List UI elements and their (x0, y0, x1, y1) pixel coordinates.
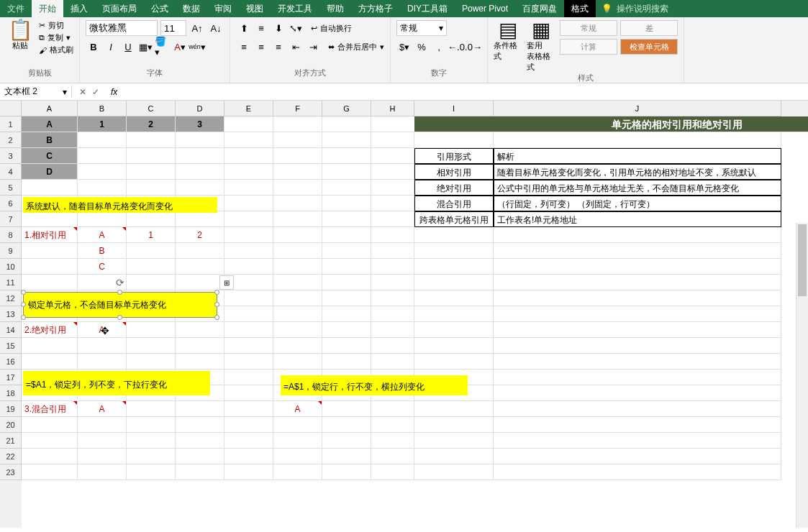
cell-J8[interactable] (494, 227, 781, 243)
cell-E22[interactable] (224, 449, 273, 464)
cell-A11[interactable] (22, 275, 78, 290)
cell-H7[interactable] (371, 211, 414, 227)
decrease-decimal-button[interactable]: .0→ (466, 39, 481, 55)
align-middle-button[interactable]: ≡ (253, 20, 269, 36)
cell-G23[interactable] (322, 464, 371, 480)
cells-area[interactable]: 系统默认，随着目标单元格变化而变化 锁定单元格，不会随目标单元格变化 ⟳ ⊞ =… (22, 116, 808, 480)
cell-F2[interactable] (273, 132, 322, 148)
accounting-format-button[interactable]: $▾ (396, 39, 412, 55)
row-header-16[interactable]: 16 (0, 354, 22, 370)
percent-button[interactable]: % (414, 39, 430, 55)
cell-style-calc[interactable]: 计算 (560, 39, 617, 55)
cell-G14[interactable] (322, 322, 371, 338)
cell-J14[interactable] (494, 322, 781, 338)
cell-A2[interactable]: B (22, 132, 78, 148)
decrease-font-button[interactable]: A↓ (208, 20, 224, 36)
cell-D1[interactable]: 3 (176, 116, 224, 132)
cell-G15[interactable] (322, 338, 371, 354)
cell-C4[interactable] (127, 164, 176, 180)
cell-H20[interactable] (371, 417, 414, 433)
cell-G19[interactable] (322, 401, 371, 417)
cell-G13[interactable] (322, 306, 371, 322)
cell-A8[interactable]: 1.相对引用 (22, 227, 78, 243)
cancel-formula-button[interactable]: ✕ (79, 87, 86, 97)
underline-button[interactable]: U (120, 39, 136, 55)
cell-style-bad[interactable]: 差 (620, 20, 678, 36)
tell-me-search[interactable]: 💡 操作说明搜索 (602, 3, 668, 15)
increase-decimal-button[interactable]: ←.0 (448, 39, 464, 55)
align-center-button[interactable]: ≡ (253, 39, 269, 55)
cell-D4[interactable] (176, 164, 224, 180)
scrollbar-thumb[interactable] (798, 224, 807, 296)
cell-H21[interactable] (371, 433, 414, 449)
format-as-table-button[interactable]: ▦套用 表格格式 (527, 20, 555, 73)
cell-G9[interactable] (322, 243, 371, 259)
cell-H12[interactable] (371, 290, 414, 306)
row-header-2[interactable]: 2 (0, 132, 22, 148)
cell-I2[interactable] (414, 132, 494, 148)
tab-view[interactable]: 视图 (239, 0, 271, 17)
cell-F12[interactable] (273, 290, 322, 306)
cell-I23[interactable] (414, 464, 494, 480)
row-header-14[interactable]: 14 (0, 322, 22, 338)
cell-A23[interactable] (22, 464, 78, 480)
tab-home[interactable]: 开始 (32, 0, 63, 17)
cell-D8[interactable]: 2 (176, 227, 224, 243)
cell-J11[interactable] (494, 275, 781, 290)
cell-G5[interactable] (322, 180, 371, 196)
cell-C14[interactable] (127, 322, 176, 338)
cell-D20[interactable] (176, 417, 224, 433)
cell-F4[interactable] (273, 164, 322, 180)
tab-page-layout[interactable]: 页面布局 (95, 0, 144, 17)
cell-B10[interactable]: C (78, 259, 127, 275)
cell-I5[interactable]: 绝对引用 (414, 180, 494, 196)
column-header-F[interactable]: F (273, 101, 322, 116)
cell-E10[interactable] (224, 259, 273, 275)
font-color-button[interactable]: A▾ (172, 39, 188, 55)
row-header-11[interactable]: 11 (0, 275, 22, 290)
cell-G3[interactable] (322, 148, 371, 164)
cell-G12[interactable] (322, 290, 371, 306)
row-header-10[interactable]: 10 (0, 259, 22, 275)
cell-E23[interactable] (224, 464, 273, 480)
cell-I20[interactable] (414, 417, 494, 433)
row-header-18[interactable]: 18 (0, 385, 22, 401)
cell-G22[interactable] (322, 449, 371, 464)
cell-C11[interactable] (127, 275, 176, 290)
cell-H13[interactable] (371, 306, 414, 322)
column-header-C[interactable]: C (127, 101, 176, 116)
cell-H2[interactable] (371, 132, 414, 148)
cell-B9[interactable]: B (78, 243, 127, 259)
cell-E20[interactable] (224, 417, 273, 433)
cell-E4[interactable] (224, 164, 273, 180)
row-header-22[interactable]: 22 (0, 449, 22, 464)
cell-D14[interactable] (176, 322, 224, 338)
row-header-12[interactable]: 12 (0, 290, 22, 306)
row-header-23[interactable]: 23 (0, 464, 22, 480)
cell-E19[interactable] (224, 401, 273, 417)
cell-A19[interactable]: 3.混合引用 (22, 401, 78, 417)
cell-G6[interactable] (322, 196, 371, 211)
textbox-absolute-note[interactable]: 锁定单元格，不会随目标单元格变化 ⟳ ⊞ (23, 292, 217, 318)
cell-G21[interactable] (322, 433, 371, 449)
cell-D11[interactable] (176, 275, 224, 290)
row-header-19[interactable]: 19 (0, 401, 22, 417)
paste-button[interactable]: 📋 粘贴 (6, 20, 35, 51)
cell-H19[interactable] (371, 401, 414, 417)
cell-I4[interactable]: 相对引用 (414, 164, 494, 180)
cell-I3[interactable]: 引用形式 (414, 148, 494, 164)
cell-F13[interactable] (273, 306, 322, 322)
cell-J10[interactable] (494, 259, 781, 275)
cell-H14[interactable] (371, 322, 414, 338)
cell-C2[interactable] (127, 132, 176, 148)
cell-G11[interactable] (322, 275, 371, 290)
cell-J21[interactable] (494, 433, 781, 449)
cell-C9[interactable] (127, 243, 176, 259)
column-header-J[interactable]: J (494, 101, 781, 116)
tab-diy[interactable]: DIY工具箱 (400, 0, 455, 17)
column-header-D[interactable]: D (176, 101, 224, 116)
cut-button[interactable]: ✂剪切 (39, 20, 73, 31)
cell-F11[interactable] (273, 275, 322, 290)
cell-J13[interactable] (494, 306, 781, 322)
vertical-scrollbar[interactable] (796, 223, 808, 528)
